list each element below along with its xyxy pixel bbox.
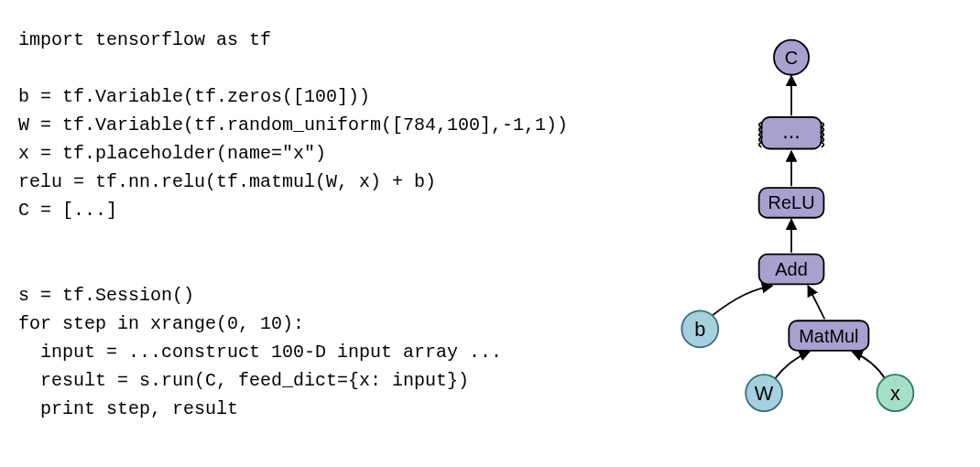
edge-matmul-to-add bbox=[808, 286, 824, 319]
code-line: relu = tf.nn.relu(tf.matmul(W, x) + b) bbox=[18, 171, 436, 192]
node-c-label: C bbox=[785, 48, 798, 68]
computation-graph: C ... ReLU Add MatMul b W x bbox=[604, 18, 962, 449]
code-line: C = [...] bbox=[18, 200, 117, 221]
node-relu-label: ReLU bbox=[768, 192, 815, 212]
code-line: for step in xrange(0, 10): bbox=[18, 313, 304, 334]
node-add-label: Add bbox=[775, 259, 807, 279]
node-w-label: W bbox=[755, 382, 774, 405]
code-block: import tensorflow as tf b = tf.Variable(… bbox=[18, 18, 604, 449]
node-b-label: b bbox=[694, 318, 705, 341]
edge-x-to-matmul bbox=[852, 352, 885, 379]
code-line: x = tf.placeholder(name="x") bbox=[18, 143, 326, 164]
graph-svg: C ... ReLU Add MatMul b W x bbox=[604, 18, 962, 449]
node-hidden-label: ... bbox=[782, 119, 800, 143]
node-x-label: x bbox=[890, 382, 900, 405]
node-hidden: ... bbox=[759, 117, 824, 148]
code-line: b = tf.Variable(tf.zeros([100])) bbox=[18, 86, 370, 107]
node-matmul-label: MatMul bbox=[799, 326, 858, 346]
edge-w-to-matmul bbox=[775, 352, 810, 379]
code-line: W = tf.Variable(tf.random_uniform([784,1… bbox=[18, 114, 568, 136]
code-line: import tensorflow as tf bbox=[18, 29, 271, 50]
edge-b-to-add bbox=[711, 286, 772, 317]
code-line: result = s.run(C, feed_dict={x: input}) bbox=[18, 370, 469, 391]
code-line: s = tf.Session() bbox=[18, 285, 194, 306]
code-line: print step, result bbox=[18, 398, 238, 419]
code-line: input = ...construct 100-D input array .… bbox=[18, 342, 502, 363]
